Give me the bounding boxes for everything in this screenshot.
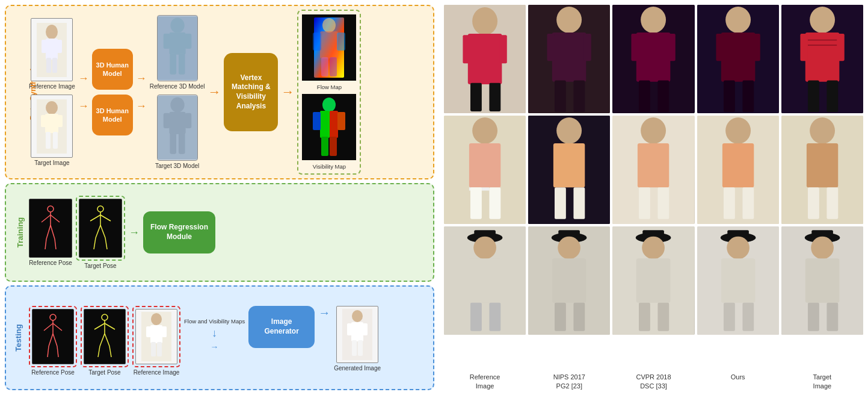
svg-rect-138 — [553, 143, 585, 187]
svg-rect-161 — [470, 303, 482, 331]
svg-rect-41 — [313, 112, 321, 130]
flow-vis-label: Flow and Visibility Maps — [184, 318, 245, 325]
reference-image-frame — [31, 18, 73, 81]
target-pose-test-svg — [90, 313, 120, 361]
svg-rect-183 — [742, 303, 754, 331]
svg-point-187 — [811, 237, 834, 260]
gen-arrow: → — [318, 306, 330, 320]
svg-rect-17 — [163, 34, 170, 49]
svg-rect-4 — [57, 40, 62, 53]
target-pose-test-box: Target Pose — [81, 306, 129, 376]
target-image-caption: Target Image — [34, 160, 69, 166]
svg-rect-162 — [489, 303, 500, 331]
svg-rect-143 — [638, 143, 669, 187]
svg-rect-43 — [321, 137, 328, 156]
flow-map-img — [302, 14, 356, 81]
svg-rect-160 — [468, 258, 502, 302]
target-pose-train-box: Target Pose — [76, 196, 125, 269]
svg-rect-145 — [658, 187, 669, 219]
flow-map-box: Flow Map — [302, 14, 356, 90]
svg-rect-154 — [808, 187, 819, 219]
svg-rect-12 — [46, 132, 51, 149]
svg-rect-86 — [351, 322, 363, 341]
arrow2: → — [78, 101, 89, 111]
svg-rect-98 — [489, 83, 500, 111]
training-label: Training — [16, 217, 25, 248]
svg-point-69 — [102, 314, 108, 320]
svg-point-53 — [97, 206, 103, 212]
svg-rect-169 — [574, 303, 585, 331]
col-label-4: TargetImage — [781, 373, 863, 390]
target-pose-test-caption: Target Pose — [88, 369, 120, 376]
svg-line-74 — [105, 334, 109, 346]
ref-pose-test-svg — [38, 313, 68, 361]
svg-rect-42 — [337, 112, 345, 130]
target-3d-caption: Target 3D Model — [155, 163, 199, 169]
svg-rect-6 — [52, 58, 57, 73]
svg-point-61 — [50, 314, 56, 320]
arrow4: → — [136, 101, 147, 111]
svg-rect-139 — [555, 187, 566, 219]
svg-rect-153 — [807, 143, 838, 187]
grid-r3c1 — [444, 226, 526, 335]
svg-line-63 — [44, 323, 53, 331]
svg-line-57 — [96, 225, 100, 238]
grid-r2c1 — [444, 116, 526, 224]
svg-rect-105 — [574, 81, 585, 112]
ref-pose-test-frame — [32, 309, 74, 364]
svg-rect-127 — [808, 81, 819, 112]
target-pose-train-caption: Target Pose — [84, 263, 116, 269]
ref-3d-model-box: Reference 3D Model — [150, 15, 205, 90]
svg-rect-2 — [46, 39, 58, 60]
target-image-frame — [31, 95, 73, 158]
svg-rect-155 — [826, 187, 838, 219]
training-content: Reference Pose — [29, 196, 428, 269]
grid-r3c4 — [697, 226, 779, 335]
svg-rect-25 — [185, 113, 191, 128]
svg-point-92 — [472, 7, 497, 35]
svg-rect-79 — [150, 325, 162, 343]
image-grid — [444, 5, 863, 370]
svg-rect-181 — [721, 258, 755, 302]
svg-rect-144 — [639, 187, 650, 219]
svg-rect-140 — [574, 187, 585, 219]
svg-point-8 — [46, 101, 58, 114]
svg-rect-108 — [636, 33, 671, 82]
svg-rect-117 — [753, 34, 760, 61]
target-image-box: Target Image — [29, 95, 75, 166]
arrow3: → — [136, 73, 147, 84]
svg-point-107 — [641, 7, 666, 33]
svg-rect-18 — [185, 34, 191, 49]
svg-line-73 — [100, 334, 105, 346]
visibility-map-caption: Visibility Map — [313, 163, 346, 170]
ref-pose-train-caption: Reference Pose — [29, 260, 72, 266]
svg-rect-112 — [658, 81, 669, 112]
grid-r2c3 — [612, 116, 694, 224]
train-arrows: → — [129, 226, 140, 239]
right-panel: ReferenceImage NIPS 2017PG2 [23] CVPR 20… — [439, 0, 868, 395]
svg-rect-125 — [800, 34, 808, 61]
flow-regression-box: Flow Regression Module — [143, 211, 215, 253]
svg-point-22 — [170, 98, 184, 113]
generated-image-box: Generated Image — [334, 306, 381, 372]
svg-line-49 — [46, 225, 51, 239]
grid-r1c4 — [697, 5, 779, 113]
svg-rect-110 — [668, 34, 676, 61]
arrows-col4: → — [281, 86, 294, 99]
svg-rect-36 — [330, 57, 337, 76]
svg-line-59 — [94, 238, 96, 249]
svg-line-52 — [55, 239, 56, 249]
svg-rect-40 — [330, 111, 338, 138]
svg-point-1 — [46, 25, 58, 39]
svg-line-67 — [48, 346, 49, 357]
svg-rect-32 — [320, 31, 338, 58]
svg-point-31 — [322, 18, 336, 33]
left-panel: Data Synthesis — [0, 0, 439, 395]
svg-line-58 — [100, 225, 105, 238]
svg-point-100 — [556, 7, 582, 33]
svg-rect-5 — [46, 58, 51, 73]
arrow1: → — [78, 73, 89, 84]
svg-rect-104 — [555, 81, 566, 112]
synth-3d-models: Reference 3D Model — [150, 15, 205, 169]
svg-rect-24 — [163, 113, 170, 128]
